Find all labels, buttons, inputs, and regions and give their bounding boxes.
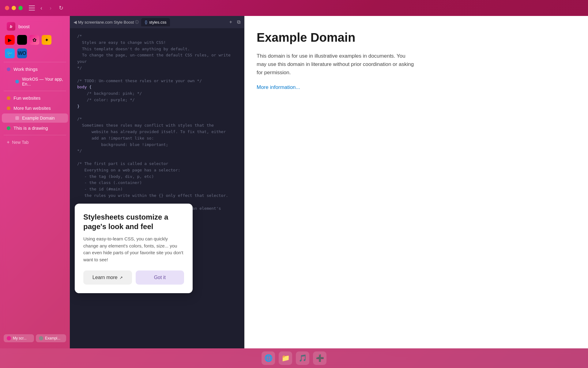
- sidebar-drawing-label: This is a drawing: [13, 125, 48, 131]
- editor-tab-bar: ◀ My screenlane.com Style Boost ⓘ {} sty…: [70, 16, 244, 28]
- bottom-tab-icon-myscr: [7, 336, 11, 340]
- got-it-label: Got it: [154, 275, 166, 280]
- bottom-tab-label-myscr: My scr...: [13, 336, 27, 340]
- boost-icon: b: [7, 22, 15, 31]
- dock-item-finder[interactable]: 🌐: [262, 351, 275, 365]
- divider-1: [4, 62, 66, 62]
- sidebar-item-more-fun-websites[interactable]: More fun websites: [2, 103, 68, 113]
- editor-tab-styles[interactable]: {} styles.css: [141, 18, 170, 26]
- forward-button[interactable]: ›: [48, 4, 53, 13]
- editor-pane: ◀ My screenlane.com Style Boost ⓘ {} sty…: [70, 16, 244, 348]
- content-area: ◀ My screenlane.com Style Boost ⓘ {} sty…: [70, 16, 588, 348]
- blue-app-icon[interactable]: WO: [17, 48, 27, 58]
- tooltip-buttons: Learn more ↗ Got it: [83, 270, 184, 285]
- reload-button[interactable]: ↻: [57, 3, 65, 13]
- code-editor[interactable]: /* Styles are easy to change with CSS! T…: [70, 28, 244, 348]
- tooltip-title: Stylesheets customize a page's look and …: [83, 212, 184, 231]
- sidebar-item-work-things[interactable]: Work things: [2, 64, 68, 74]
- editor-tab-title: My screenlane.com Style Boost: [78, 20, 134, 25]
- folder-drawing-icon: [7, 126, 10, 130]
- preview-more-info-link[interactable]: More information...: [257, 84, 300, 90]
- app-icons-row-2: 🐦 WO: [0, 47, 70, 60]
- new-tab-label: New Tab: [12, 140, 28, 145]
- info-icon: ⓘ: [135, 20, 139, 25]
- split-view-button[interactable]: ⧉: [236, 18, 242, 26]
- folder-more-fun-icon: [7, 106, 10, 110]
- maximize-button[interactable]: [18, 6, 23, 10]
- bottom-dock: 🌐 📁 🎵 ➕: [0, 348, 588, 368]
- learn-more-button[interactable]: Learn more ↗: [83, 270, 132, 285]
- plus-icon: +: [7, 140, 9, 145]
- divider-2: [4, 91, 66, 91]
- sidebar: b boost ▶ N ✿ ✦ 🐦 WO Work things WorkOS …: [0, 16, 70, 348]
- workos-icon: [15, 80, 19, 83]
- dock-item-files[interactable]: 📁: [279, 351, 292, 365]
- youtube-icon[interactable]: ▶: [5, 35, 15, 45]
- app-colorful-icon[interactable]: ✦: [42, 35, 51, 45]
- bottom-tab-label-example: Exampl...: [45, 336, 60, 340]
- sidebar-item-boost[interactable]: b boost: [2, 20, 68, 33]
- traffic-lights: [5, 6, 23, 10]
- sidebar-example-domain-label: Example Domain: [22, 116, 55, 121]
- sidebar-workos-label: WorkOS — Your app, En...: [22, 77, 63, 86]
- sidebar-item-drawing[interactable]: This is a drawing: [2, 123, 68, 133]
- app-pink-icon[interactable]: ✿: [29, 35, 39, 45]
- editor-tab-filename: styles.css: [149, 20, 166, 25]
- dock-add-button[interactable]: ➕: [313, 351, 326, 365]
- sidebar-work-things-label: Work things: [13, 67, 38, 72]
- editor-back-btn[interactable]: ◀ My screenlane.com Style Boost ⓘ: [72, 18, 140, 26]
- main-layout: b boost ▶ N ✿ ✦ 🐦 WO Work things WorkOS …: [0, 16, 588, 348]
- bottom-tab-myscr[interactable]: My scr...: [4, 334, 34, 342]
- sidebar-boost-label: boost: [18, 24, 30, 29]
- divider-3: [4, 135, 66, 135]
- notion-icon[interactable]: N: [17, 35, 27, 45]
- sidebar-item-fun-websites[interactable]: Fun websites: [2, 93, 68, 103]
- new-tab-button[interactable]: + New Tab: [2, 137, 68, 147]
- got-it-button[interactable]: Got it: [136, 270, 184, 285]
- back-button[interactable]: ‹: [39, 4, 44, 13]
- sidebar-more-fun-label: More fun websites: [13, 105, 51, 111]
- tooltip-popup: Stylesheets customize a page's look and …: [75, 204, 193, 293]
- tooltip-description: Using easy-to-learn CSS, you can quickly…: [83, 236, 184, 263]
- folder-work-icon: [7, 67, 10, 71]
- folder-fun-icon: [7, 96, 10, 100]
- css-file-icon: {}: [145, 20, 147, 24]
- minimize-button[interactable]: [12, 6, 16, 10]
- bottom-tab-icon-example: [39, 336, 43, 340]
- sidebar-toggle[interactable]: [29, 6, 35, 10]
- app-icons-row: ▶ N ✿ ✦: [0, 33, 70, 47]
- close-button[interactable]: [5, 6, 9, 10]
- twitter-icon[interactable]: 🐦: [5, 48, 15, 58]
- tab-actions: + ⧉: [228, 18, 242, 26]
- left-chevron-icon: ◀: [74, 20, 77, 25]
- preview-link-label: More information...: [257, 84, 300, 90]
- bottom-tabs: My scr... Exampl...: [0, 332, 70, 345]
- bottom-tab-example[interactable]: Exampl...: [36, 334, 66, 342]
- preview-description: This domain is for use in illustrative e…: [257, 52, 416, 77]
- sidebar-item-workos[interactable]: WorkOS — Your app, En...: [2, 75, 68, 89]
- add-tab-button[interactable]: +: [228, 18, 233, 26]
- sidebar-fun-websites-label: Fun websites: [13, 95, 40, 101]
- preview-pane: Example Domain This domain is for use in…: [244, 16, 588, 348]
- dock-item-music[interactable]: 🎵: [296, 351, 309, 365]
- top-bar: ‹ › ↻: [0, 0, 588, 16]
- sidebar-item-example-domain[interactable]: Example Domain: [2, 113, 68, 123]
- learn-more-label: Learn more: [92, 275, 118, 280]
- preview-title: Example Domain: [257, 31, 576, 44]
- example-domain-icon: [15, 116, 19, 120]
- external-link-icon: ↗: [119, 275, 123, 280]
